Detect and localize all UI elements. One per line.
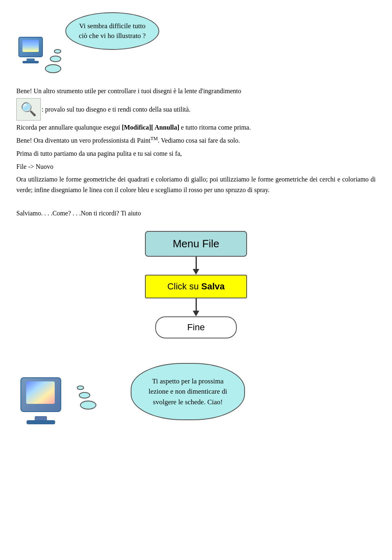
thought-bubble-top: Vi sembra difficile tutto ciò che vi ho … (65, 12, 159, 50)
flowchart-salva-box: Click su Salva (145, 275, 247, 298)
thought-dots-bottom (77, 385, 96, 410)
mascot-top (16, 33, 49, 63)
flowchart-arrow-2 (193, 298, 199, 316)
flowchart: Menu File Click su Salva Fine (16, 231, 376, 338)
intro-line7: Salviamo. . . .Come? . . .Non ti ricordi… (16, 208, 376, 219)
thought-bubble-top-text: Vi sembra difficile tutto ciò che vi ho … (79, 22, 146, 40)
magnifier-icon: 🔍 (20, 99, 37, 120)
thought-bubble-bottom-text: Ti aspetto per la prossima lezione e non… (149, 377, 227, 406)
intro-line1-pre: Bene! Un altro strumento utile per contr… (16, 86, 376, 96)
flowchart-arrow-1 (193, 257, 199, 275)
mascot-bottom (16, 371, 74, 424)
magnifier-icon-box: 🔍 (16, 98, 41, 121)
flowchart-menu-box: Menu File (145, 231, 247, 257)
main-text: Bene! Un altro strumento utile per contr… (16, 86, 376, 219)
flowchart-fine-box: Fine (155, 316, 237, 338)
salva-pre: Click su (167, 281, 201, 291)
line3-post: . Vediamo cosa sai fare da solo. (158, 137, 240, 144)
intro-line3: Bene! Ora diventato un vero professionis… (16, 135, 376, 146)
intro-line6: Ora utilizziamo le forme geometriche dei… (16, 174, 376, 195)
intro-line5: File -> Nuovo (16, 161, 376, 172)
bottom-section: Ti aspetto per la prossima lezione e non… (16, 363, 376, 465)
thought-bubble-bottom: Ti aspetto per la prossima lezione e non… (131, 363, 245, 421)
line3-pre: Bene! Ora diventato un vero professionis… (16, 137, 150, 144)
intro-line2: Ricorda per annullare qualunque esegui [… (16, 122, 376, 133)
line3-tm: TM (150, 136, 158, 141)
intro-line1-post: : provalo sul tuo disegno e ti rendi con… (42, 98, 190, 121)
thought-dots-top (45, 49, 61, 73)
salva-bold: Salva (201, 281, 225, 291)
intro-line4: Prima di tutto partiamo da una pagina pu… (16, 148, 376, 159)
